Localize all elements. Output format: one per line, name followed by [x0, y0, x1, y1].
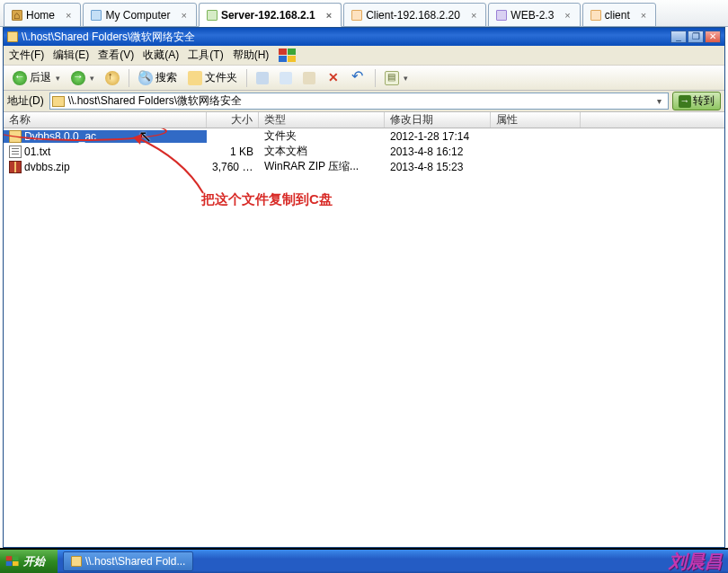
- svg-rect-3: [288, 56, 296, 62]
- nav-history-button[interactable]: [251, 70, 274, 86]
- tab-home[interactable]: Home×: [4, 3, 81, 27]
- chevron-down-icon: ▾: [404, 74, 408, 83]
- search-button[interactable]: 搜索: [133, 68, 182, 87]
- menu-view[interactable]: 查看(V): [98, 48, 134, 63]
- file-type: WinRAR ZIP 压缩...: [259, 159, 385, 174]
- move-icon: [280, 72, 292, 84]
- chevron-down-icon: ▾: [56, 74, 60, 83]
- undo-button[interactable]: [346, 69, 371, 87]
- folder-icon: [71, 556, 82, 567]
- close-icon[interactable]: ×: [563, 10, 572, 21]
- close-icon[interactable]: ×: [179, 10, 188, 21]
- file-type: 文件夹: [259, 128, 385, 144]
- file-list[interactable]: Dvbbs8.0.0_ac 文件夹 2012-1-28 17:14 01.txt…: [4, 128, 724, 547]
- column-header-name[interactable]: 名称: [4, 112, 207, 128]
- search-label: 搜索: [155, 70, 177, 85]
- separator: [375, 69, 376, 87]
- address-bar: 地址(D) ▾ →转到: [4, 91, 724, 112]
- annotation-text: 把这个文件复制到C盘: [201, 191, 333, 208]
- close-icon[interactable]: ×: [639, 10, 648, 21]
- copy-icon: [303, 72, 315, 84]
- menu-favorites[interactable]: 收藏(A): [143, 48, 179, 63]
- window-title: \\.host\Shared Folders\微软网络安全: [22, 30, 195, 45]
- tab-label: WEB-2.3: [510, 9, 554, 22]
- separator: [129, 69, 129, 87]
- start-button[interactable]: 开始: [0, 550, 58, 573]
- copy-to-button[interactable]: [297, 70, 321, 86]
- menu-tools[interactable]: 工具(T): [188, 48, 223, 63]
- separator: [246, 69, 247, 87]
- folder-icon: [9, 130, 22, 143]
- app-tabs-bar: Home× My Computer× Server-192.168.2.1× C…: [0, 0, 728, 27]
- svg-rect-1: [288, 48, 296, 55]
- close-icon[interactable]: ×: [64, 10, 73, 21]
- close-icon[interactable]: ×: [324, 10, 333, 21]
- menu-bar: 文件(F) 编辑(E) 查看(V) 收藏(A) 工具(T) 帮助(H): [4, 46, 724, 66]
- file-type: 文本文档: [259, 144, 385, 159]
- menu-edit[interactable]: 编辑(E): [53, 48, 89, 63]
- menu-help[interactable]: 帮助(H): [233, 48, 270, 63]
- folders-label: 文件夹: [205, 70, 237, 85]
- tab-server[interactable]: Server-192.168.2.1×: [199, 3, 342, 27]
- tab-label: My Computer: [105, 9, 170, 22]
- zip-file-icon: [9, 161, 22, 173]
- address-dropdown[interactable]: ▾: [652, 96, 666, 106]
- tab-client2[interactable]: client×: [582, 3, 656, 27]
- folders-icon: [188, 71, 202, 85]
- column-header-size[interactable]: 大小: [207, 112, 259, 128]
- back-icon: [13, 71, 27, 85]
- up-button[interactable]: [100, 69, 125, 87]
- signature-watermark: 刘晨昌: [669, 550, 723, 574]
- go-button[interactable]: →转到: [672, 92, 721, 110]
- column-header-attr[interactable]: 属性: [491, 112, 581, 128]
- chevron-down-icon: ▾: [90, 74, 94, 83]
- folder-icon: [52, 96, 65, 107]
- column-header-type[interactable]: 类型: [259, 112, 385, 128]
- minimize-button[interactable]: _: [670, 31, 687, 43]
- views-icon: [385, 71, 399, 85]
- svg-rect-5: [13, 556, 19, 560]
- taskbar-item-label: \\.host\Shared Fold...: [85, 555, 185, 568]
- client-icon: [351, 10, 362, 21]
- tab-label: Client-192.168.2.20: [366, 9, 460, 22]
- back-label: 后退: [30, 70, 51, 85]
- window-titlebar[interactable]: \\.host\Shared Folders\微软网络安全 _ ❐ ✕: [4, 28, 724, 46]
- close-button[interactable]: ✕: [705, 31, 721, 43]
- file-date: 2012-1-28 17:14: [385, 130, 491, 143]
- go-label: 转到: [693, 93, 715, 109]
- file-row[interactable]: Dvbbs8.0.0_ac 文件夹 2012-1-28 17:14: [4, 128, 724, 144]
- move-to-button[interactable]: [274, 70, 297, 86]
- start-label: 开始: [23, 554, 45, 569]
- file-name: 01.txt: [24, 145, 50, 158]
- views-button[interactable]: ▾: [379, 69, 413, 87]
- folders-button[interactable]: 文件夹: [182, 68, 243, 87]
- windows-logo-icon: [5, 554, 20, 569]
- tab-my-computer[interactable]: My Computer×: [83, 3, 196, 27]
- maximize-button[interactable]: ❐: [688, 31, 704, 43]
- tab-client[interactable]: Client-192.168.2.20×: [343, 3, 486, 27]
- undo-icon: [351, 71, 366, 85]
- file-row[interactable]: 01.txt 1 KB 文本文档 2013-4-8 16:12: [4, 144, 724, 159]
- client-icon: [590, 10, 601, 21]
- tab-label: Server-192.168.2.1: [221, 9, 315, 22]
- taskbar-item[interactable]: \\.host\Shared Fold...: [63, 551, 193, 571]
- folder-icon: [7, 31, 18, 42]
- forward-button[interactable]: ▾: [66, 69, 100, 87]
- close-icon[interactable]: ×: [469, 10, 478, 21]
- file-size: 1 KB: [207, 145, 259, 158]
- address-input[interactable]: [68, 95, 652, 108]
- menu-file[interactable]: 文件(F): [9, 48, 44, 63]
- go-arrow-icon: →: [679, 95, 691, 108]
- column-header-row: 名称 大小 类型 修改日期 属性: [4, 112, 724, 128]
- history-icon: [256, 72, 269, 84]
- file-name: Dvbbs8.0.0_ac: [24, 130, 96, 143]
- column-header-date[interactable]: 修改日期: [385, 112, 491, 128]
- delete-button[interactable]: [321, 69, 346, 87]
- back-button[interactable]: 后退▾: [7, 68, 66, 87]
- home-icon: [12, 10, 22, 21]
- file-row[interactable]: dvbbs.zip 3,760 KB WinRAR ZIP 压缩... 2013…: [4, 159, 724, 174]
- forward-icon: [71, 71, 85, 85]
- address-input-wrap[interactable]: ▾: [49, 93, 669, 110]
- tab-web[interactable]: WEB-2.3×: [488, 3, 580, 27]
- file-size: 3,760 KB: [207, 161, 259, 173]
